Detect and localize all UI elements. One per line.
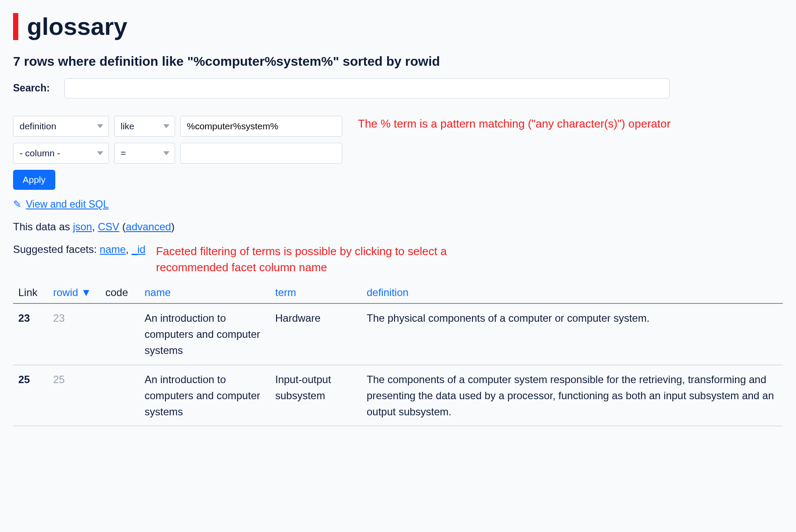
export-csv-link[interactable]: CSV (98, 221, 119, 232)
row-link[interactable]: 25 (18, 374, 30, 385)
cell-term: Hardware (270, 303, 361, 365)
cell-definition: The components of a computer system resp… (361, 365, 783, 426)
search-label: Search: (13, 82, 50, 94)
facet-link-name[interactable]: name (100, 243, 126, 255)
apply-button[interactable]: Apply (13, 170, 55, 190)
data-export-prefix: This data as (13, 221, 73, 232)
cell-name: An introduction to computers and compute… (139, 365, 270, 426)
column-header-definition[interactable]: definition (361, 285, 783, 303)
view-edit-sql-link[interactable]: View and edit SQL (26, 199, 108, 210)
table-row: 25 25 An introduction to computers and c… (13, 365, 783, 426)
annotation-pattern-note: The % term is a pattern matching ("any c… (358, 116, 671, 132)
facets-prefix: Suggested facets: (13, 243, 100, 255)
cell-code (100, 365, 139, 426)
cell-term: Input-output subsystem (270, 365, 361, 426)
filter-operator-value-0: like (121, 121, 135, 131)
search-input[interactable] (64, 78, 670, 98)
filter-value-input-0[interactable] (180, 116, 342, 137)
cell-name: An introduction to computers and compute… (139, 303, 270, 365)
results-summary: 7 rows where definition like "%computer%… (13, 54, 783, 69)
filter-operator-select-0[interactable]: like (114, 116, 175, 137)
column-header-rowid[interactable]: rowid ▼ (48, 285, 100, 303)
cell-code (100, 303, 139, 365)
column-header-code: code (100, 285, 139, 303)
column-header-term[interactable]: term (270, 285, 361, 303)
chevron-down-icon (97, 151, 103, 155)
results-table: Link rowid ▼ code name term definition 2… (13, 285, 783, 426)
filter-column-value-0: definition (20, 121, 56, 131)
chevron-down-icon (163, 124, 169, 128)
column-header-name[interactable]: name (139, 285, 270, 303)
suggested-facets: Suggested facets: name, _id (13, 243, 145, 256)
chevron-down-icon (163, 151, 169, 155)
column-header-link: Link (13, 285, 48, 303)
cell-rowid: 25 (48, 365, 100, 426)
row-link[interactable]: 23 (18, 312, 30, 324)
cell-rowid: 23 (48, 303, 100, 365)
table-row: 23 23 An introduction to computers and c… (13, 303, 783, 365)
export-json-link[interactable]: json (73, 221, 92, 232)
page-title: glossary (13, 13, 783, 40)
facet-link-id[interactable]: _id (132, 243, 145, 255)
filter-column-value-1: - column - (20, 148, 60, 158)
filter-value-input-1[interactable] (180, 143, 342, 164)
data-export-row: This data as json, CSV (advanced) (13, 221, 783, 233)
annotation-facets-note: Faceted filtering of terms is possible b… (156, 243, 469, 276)
filter-column-select-1[interactable]: - column - (13, 143, 109, 164)
chevron-down-icon (97, 124, 103, 128)
filter-column-select-0[interactable]: definition (13, 116, 109, 137)
filter-operator-select-1[interactable]: = (114, 143, 175, 164)
cell-definition: The physical components of a computer or… (361, 303, 783, 365)
paperclip-icon: ✎ (13, 199, 21, 210)
export-advanced-link[interactable]: advanced (126, 221, 171, 232)
filter-operator-value-1: = (121, 148, 126, 158)
